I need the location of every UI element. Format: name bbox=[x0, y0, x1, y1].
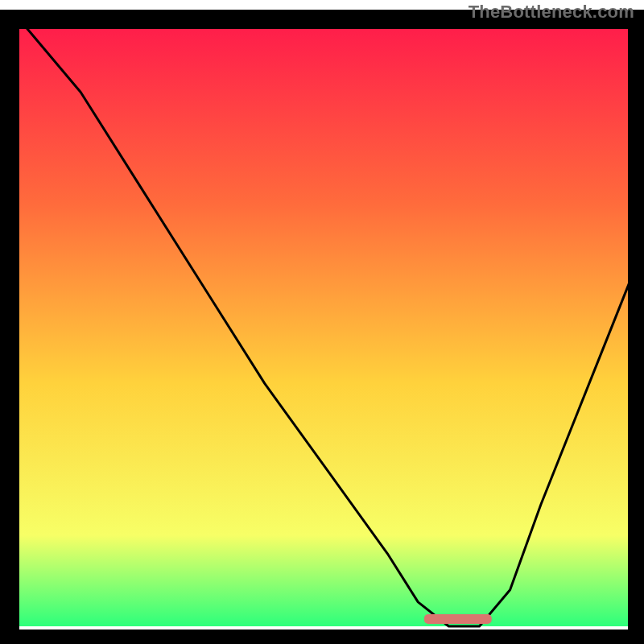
watermark-text: TheBottleneck.com bbox=[469, 2, 634, 23]
plot-background bbox=[19, 19, 633, 626]
chart-container: TheBottleneck.com bbox=[0, 0, 644, 644]
bottleneck-chart bbox=[0, 0, 644, 644]
optimal-range-marker bbox=[424, 614, 492, 624]
